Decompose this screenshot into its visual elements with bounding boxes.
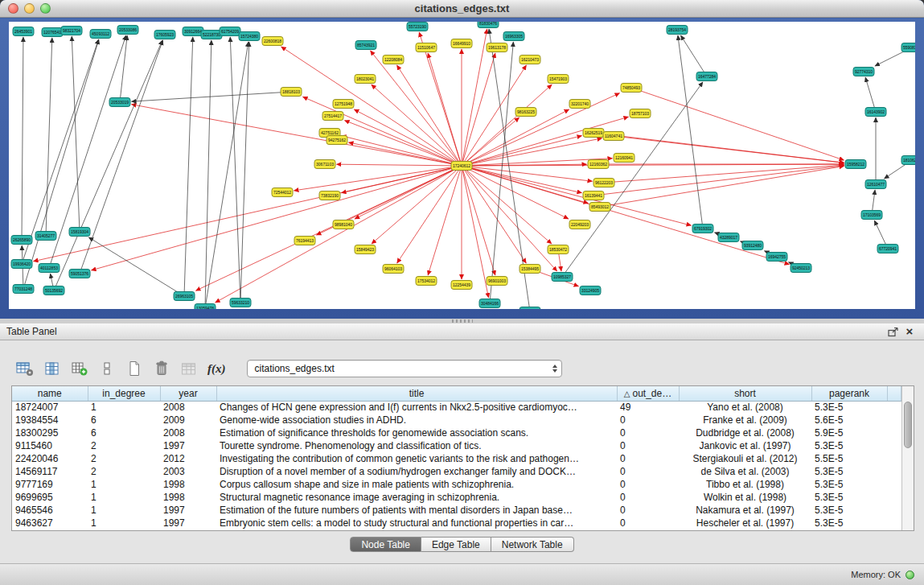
graph-edge[interactable]	[132, 92, 292, 101]
graph-node[interactable]: 26265890	[11, 236, 32, 245]
graph-node[interactable]: 76194413	[294, 237, 315, 245]
tab-node-table[interactable]: Node Table	[350, 537, 421, 552]
graph-node[interactable]: 15724380	[239, 32, 260, 41]
delete-table-button[interactable]	[153, 360, 170, 377]
graph-node[interactable]: 15471903	[548, 75, 569, 84]
graph-node[interactable]: 16649910	[451, 39, 472, 48]
graph-node[interactable]: 93912480	[742, 241, 763, 250]
graph-edge[interactable]	[205, 42, 248, 308]
graph-edge[interactable]	[397, 166, 462, 263]
table-selector-dropdown[interactable]: citations_edges.txt	[247, 360, 562, 377]
graph-node[interactable]: 12751948	[333, 100, 354, 109]
graph-node[interactable]: 33124905	[580, 286, 601, 295]
graph-edge[interactable]	[349, 142, 462, 166]
graph-edge[interactable]	[462, 29, 487, 166]
graph-edge[interactable]	[205, 40, 211, 308]
graph-node[interactable]: 81830476	[478, 22, 499, 28]
graph-node[interactable]: 19936420	[11, 260, 32, 269]
graph-node[interactable]: 17534012	[416, 277, 437, 286]
graph-node[interactable]: 50135692	[43, 286, 64, 295]
column-header-in_degree[interactable]: in_degree	[88, 386, 160, 401]
function-builder-button[interactable]: f(x)	[207, 360, 226, 377]
graph-node[interactable]: 96064103	[383, 265, 404, 274]
graph-node[interactable]: 11604741	[603, 132, 624, 141]
graph-node[interactable]: 61754209	[220, 27, 240, 36]
select-columns-button[interactable]	[43, 360, 61, 377]
graph-node[interactable]: 19613178	[487, 43, 507, 52]
graph-edge[interactable]	[614, 136, 844, 163]
float-panel-button[interactable]	[885, 325, 901, 338]
column-header-title[interactable]: title	[216, 386, 617, 401]
graph-node[interactable]: 10985327	[552, 273, 573, 282]
graph-edge[interactable]	[600, 166, 844, 207]
graph-node[interactable]: 55908314	[901, 43, 915, 52]
graph-edge[interactable]	[80, 40, 163, 274]
graph-edge[interactable]	[462, 166, 593, 181]
graph-node[interactable]: 15958212	[845, 160, 866, 169]
graph-node[interactable]: 40112853	[39, 264, 60, 273]
citation-network-graph[interactable]: 1724061212160362161394412204920318530472…	[9, 22, 915, 309]
graph-edge[interactable]	[132, 105, 462, 166]
graph-node[interactable]: 26453901	[13, 27, 34, 36]
graph-node[interactable]: 85743921	[355, 41, 376, 50]
graph-node[interactable]: 73832190	[319, 192, 340, 200]
graph-edge[interactable]	[92, 166, 462, 270]
graph-node[interactable]: 12610477	[865, 180, 886, 189]
tab-network-table[interactable]: Network Table	[491, 537, 574, 552]
graph-node[interactable]: 67720941	[877, 245, 898, 253]
graph-node[interactable]: 98163225	[515, 108, 536, 117]
graph-node[interactable]: 28193754	[667, 26, 688, 35]
graph-node[interactable]: 45093112	[90, 30, 111, 39]
graph-node[interactable]: 55723190	[407, 23, 428, 31]
table-row[interactable]: 911546021997Tourette syndrome. Phenomeno…	[12, 439, 901, 452]
table-row[interactable]: 946362711997Embryonic stem cells: a mode…	[12, 517, 901, 529]
graph-node[interactable]: 22049203	[569, 220, 590, 229]
graph-node[interactable]: 13059478	[195, 304, 216, 310]
new-document-button[interactable]	[125, 360, 143, 377]
graph-edge[interactable]	[46, 38, 52, 236]
import-table-button[interactable]	[71, 360, 88, 377]
merge-table-button[interactable]	[180, 360, 198, 377]
graph-node[interactable]: 20533019	[109, 98, 130, 107]
graph-edge[interactable]	[462, 166, 495, 275]
graph-node[interactable]: 15384495	[519, 265, 540, 274]
graph-node[interactable]: 18757103	[630, 109, 651, 118]
graph-node[interactable]: 72544012	[272, 188, 293, 197]
graph-edge[interactable]	[22, 37, 23, 240]
graph-edge[interactable]	[462, 117, 629, 166]
table-row[interactable]: 977716911998Corpus callosum shape and si…	[12, 478, 901, 491]
graph-node[interactable]: 77031248	[13, 285, 34, 294]
graph-node[interactable]: 18818103	[281, 88, 302, 97]
graph-edge[interactable]	[680, 35, 707, 76]
table-settings-button[interactable]	[16, 360, 34, 377]
graph-node[interactable]: 30912664	[183, 27, 203, 36]
graph-node[interactable]: 85493012	[589, 203, 610, 212]
graph-node[interactable]: 30671103	[314, 160, 335, 169]
graph-edge[interactable]	[462, 53, 495, 166]
graph-node[interactable]: 16963305	[503, 32, 524, 41]
minimize-button[interactable]	[24, 3, 35, 14]
window-titlebar[interactable]: citations_edges.txt	[0, 0, 924, 18]
network-canvas[interactable]: 1724061212160362161394412204920318530472…	[9, 22, 915, 309]
graph-edge[interactable]	[865, 77, 876, 112]
table-row[interactable]: 1872400712008Changes of HCN gene express…	[12, 401, 901, 414]
graph-edge[interactable]	[354, 109, 462, 166]
graph-node[interactable]: 31405277	[35, 232, 56, 241]
graph-node[interactable]: 20533086	[117, 26, 138, 35]
scrollbar-thumb[interactable]	[904, 402, 912, 448]
graph-node[interactable]: 18106254	[901, 156, 915, 165]
graph-node[interactable]: 32201740	[569, 100, 590, 109]
graph-node[interactable]: 12254439	[451, 281, 472, 290]
table-row[interactable]: 1938455462009Genome-wide association stu…	[12, 414, 901, 426]
graph-node[interactable]: 92774310	[853, 68, 874, 76]
graph-edge[interactable]	[462, 109, 569, 166]
graph-node[interactable]: 26963105	[174, 292, 195, 301]
column-header-name[interactable]: name	[12, 386, 88, 401]
graph-node[interactable]: 16942755	[766, 253, 787, 262]
graph-node[interactable]: 98321704	[61, 27, 82, 35]
graph-edge[interactable]	[428, 53, 462, 166]
graph-node[interactable]: 15819304	[69, 228, 90, 237]
graph-node[interactable]: 27514417	[322, 112, 343, 121]
graph-node[interactable]: 92450213	[791, 264, 811, 273]
rows-button[interactable]	[98, 360, 116, 377]
